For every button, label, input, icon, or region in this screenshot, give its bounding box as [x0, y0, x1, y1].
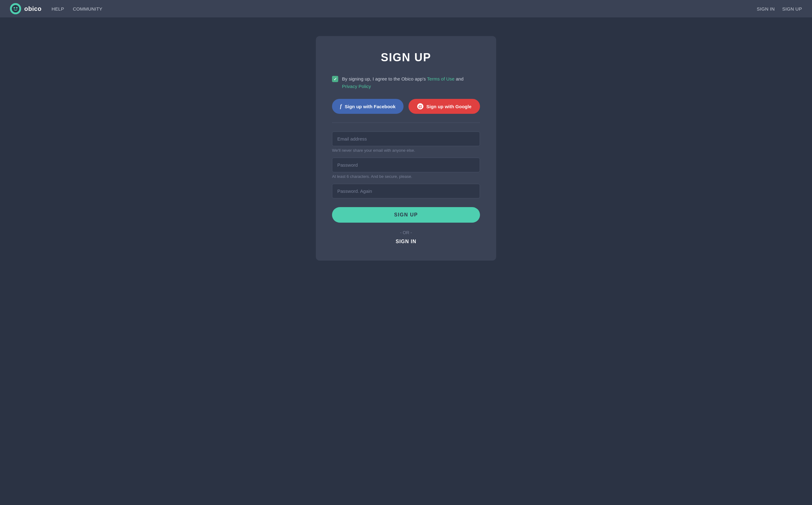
logo-link[interactable]: obico [10, 3, 42, 14]
password-input[interactable] [332, 158, 480, 172]
nav-link-community[interactable]: COMMUNITY [73, 6, 102, 11]
email-hint: We'll never share your email with anyone… [332, 148, 480, 153]
google-icon: G [417, 103, 423, 110]
password-hint: At least 6 characters. And be secure, pl… [332, 174, 480, 179]
terms-prefix: By signing up, I agree to the Obico app'… [342, 76, 427, 81]
terms-row: ✓ By signing up, I agree to the Obico ap… [332, 75, 480, 90]
nav-links: HELP COMMUNITY [52, 6, 103, 11]
terms-of-use-link[interactable]: Terms of Use [427, 76, 454, 81]
terms-between: and [454, 76, 463, 81]
privacy-policy-link[interactable]: Privacy Policy [342, 83, 371, 89]
facebook-button-label: Sign up with Facebook [345, 104, 395, 109]
page-title: SIGN UP [332, 51, 480, 64]
terms-checkbox[interactable]: ✓ [332, 76, 338, 82]
nav-link-help[interactable]: HELP [52, 6, 64, 11]
signup-button[interactable]: SIGN UP [332, 207, 480, 223]
nav-sign-in[interactable]: SIGN IN [757, 6, 775, 11]
google-button-label: Sign up with Google [426, 104, 471, 109]
logo-text: obico [24, 5, 42, 12]
email-group: We'll never share your email with anyone… [332, 132, 480, 153]
password-again-input[interactable] [332, 184, 480, 198]
svg-point-2 [14, 7, 15, 9]
google-signup-button[interactable]: G Sign up with Google [408, 99, 480, 114]
navbar: obico HELP COMMUNITY SIGN IN SIGN UP [0, 0, 812, 17]
svg-point-3 [16, 7, 18, 9]
or-text: - OR - [332, 230, 480, 235]
social-buttons: f Sign up with Facebook G Sign up with G… [332, 99, 480, 114]
svg-point-1 [12, 5, 19, 12]
facebook-signup-button[interactable]: f Sign up with Facebook [332, 99, 404, 114]
signin-link[interactable]: SIGN IN [332, 239, 480, 244]
navbar-left: obico HELP COMMUNITY [10, 3, 102, 14]
signup-card: SIGN UP ✓ By signing up, I agree to the … [316, 36, 496, 261]
terms-text: By signing up, I agree to the Obico app'… [342, 75, 463, 90]
checkbox-checkmark: ✓ [334, 77, 337, 81]
password-again-group [332, 184, 480, 198]
navbar-right: SIGN IN SIGN UP [757, 6, 802, 11]
facebook-icon: f [340, 104, 342, 109]
divider [332, 123, 480, 123]
page-content: SIGN UP ✓ By signing up, I agree to the … [0, 17, 812, 505]
email-input[interactable] [332, 132, 480, 146]
logo-icon [10, 3, 21, 14]
password-group: At least 6 characters. And be secure, pl… [332, 158, 480, 179]
nav-sign-up[interactable]: SIGN UP [782, 6, 802, 11]
